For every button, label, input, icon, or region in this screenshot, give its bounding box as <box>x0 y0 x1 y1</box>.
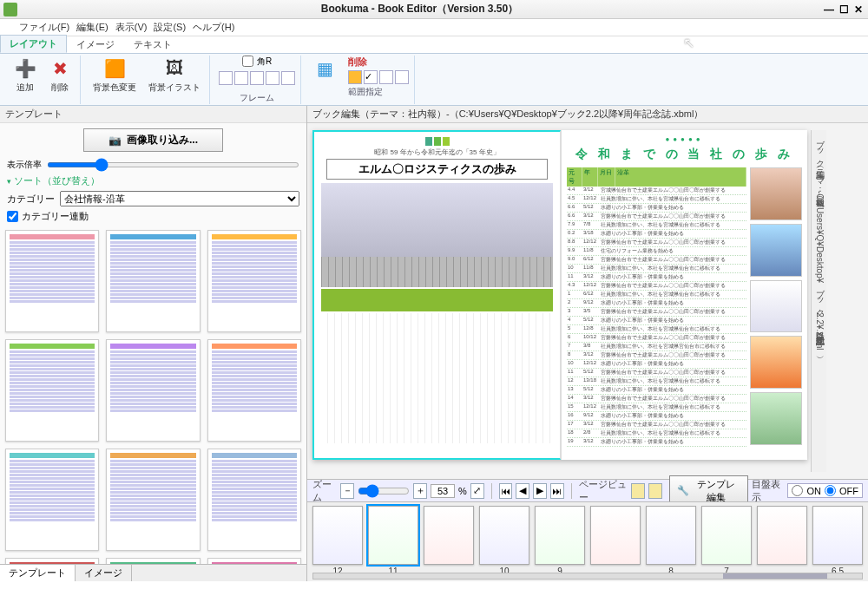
menu-help[interactable]: ヘルプ(H) <box>193 21 234 34</box>
page-spread[interactable]: 昭和 59 年から令和元年迄の「35 年史」 エルム〇ロジスティクスの歩み ●●… <box>312 130 807 460</box>
scrollbar-handle[interactable] <box>723 573 827 579</box>
minimize-button[interactable]: — <box>824 3 834 16</box>
range-opt-3[interactable] <box>379 70 393 84</box>
template-thumbnail[interactable] <box>5 230 99 332</box>
maximize-button[interactable]: ☐ <box>839 3 849 16</box>
page-thumbnail[interactable] <box>590 506 641 565</box>
template-thumbnail[interactable] <box>106 339 200 442</box>
corner-radius-checkbox[interactable] <box>242 56 253 67</box>
hero-photo[interactable] <box>321 183 553 287</box>
frame-style-4[interactable] <box>266 71 279 85</box>
nav-prev-button[interactable]: ◀ <box>516 483 529 499</box>
category-select[interactable]: 会社情報-沿革 <box>60 191 299 206</box>
zoom-out-button[interactable]: － <box>340 483 354 499</box>
close-button[interactable]: ✕ <box>854 3 863 16</box>
sort-toggle[interactable]: ソート（並び替え） <box>0 173 306 189</box>
category-link-checkbox[interactable] <box>7 211 18 222</box>
page-thumbnail[interactable] <box>368 506 418 565</box>
template-thumbnail[interactable] <box>106 230 200 332</box>
page-strip-item[interactable]: 9 <box>535 506 585 576</box>
template-thumbnail[interactable] <box>207 339 301 442</box>
template-thumbnail[interactable] <box>5 339 99 442</box>
page-thumbnail[interactable] <box>701 506 752 565</box>
page-thumbnail[interactable] <box>646 506 696 565</box>
range-opt-2[interactable]: ✓ <box>364 70 378 84</box>
page-strip-item[interactable]: 6 5 <box>812 506 863 576</box>
page-thumbnail[interactable] <box>479 506 529 565</box>
table-row: 45/12水廻りの小工事部・併業業を始める <box>567 317 746 325</box>
bgcolor-button[interactable]: 🟧背景色変更 <box>89 56 140 95</box>
range-select-button[interactable]: ▦ <box>310 56 339 82</box>
page-thumbnail[interactable] <box>424 506 474 565</box>
page-strip-scrollbar[interactable] <box>312 573 863 580</box>
page-strip-item[interactable] <box>424 506 474 576</box>
nav-last-button[interactable]: ⏭ <box>550 483 564 499</box>
tab-text[interactable]: テキスト <box>124 36 181 53</box>
tab-image[interactable]: イメージ <box>67 36 124 53</box>
page-thumbnail-strip[interactable]: 1211109876 5 <box>307 501 868 581</box>
page-thumbnail[interactable] <box>757 506 807 565</box>
page-strip-item[interactable]: 7 <box>701 506 752 576</box>
page-left[interactable]: 昭和 59 年から令和元年迄の「35 年史」 エルム〇ロジスティクスの歩み <box>312 130 561 460</box>
bottom-tab-template[interactable]: テンプレート <box>0 565 76 581</box>
add-button[interactable]: ➕追加 <box>10 56 40 95</box>
bottom-tab-image[interactable]: イメージ <box>76 565 132 581</box>
import-image-button[interactable]: 画像取り込み... <box>83 128 223 152</box>
tab-layout[interactable]: レイアウト <box>0 35 67 53</box>
side-image[interactable] <box>750 392 802 445</box>
frame-style-1[interactable] <box>219 71 233 85</box>
range-opt-1[interactable] <box>348 70 362 84</box>
table-row: 169/12水廻りの小工事部・併業業を始める <box>567 412 746 421</box>
fit-button[interactable]: ⤢ <box>470 483 484 499</box>
page-strip-item[interactable]: 8 <box>646 506 696 576</box>
grid-on-radio[interactable] <box>792 485 803 496</box>
menu-edit[interactable]: 編集(E) <box>76 21 108 34</box>
side-image[interactable] <box>750 336 802 389</box>
grid-off-radio[interactable] <box>825 485 836 496</box>
frame-style-3[interactable] <box>250 71 264 85</box>
nav-next-button[interactable]: ▶ <box>533 483 547 499</box>
template-thumbnail[interactable] <box>207 449 301 551</box>
frame-style-5[interactable] <box>281 71 295 85</box>
template-list[interactable] <box>0 225 306 564</box>
zoom-slider[interactable] <box>358 484 410 498</box>
template-thumbnail[interactable] <box>207 230 301 332</box>
logo-icon <box>319 137 555 146</box>
menu-settings[interactable]: 設定(S) <box>154 21 186 34</box>
template-thumbnail[interactable] <box>207 558 301 564</box>
menu-file[interactable]: ファイル(F) <box>19 21 69 34</box>
thumbnail-zoom-slider[interactable] <box>47 162 299 167</box>
template-thumbnail[interactable] <box>5 558 99 564</box>
frame-style-2[interactable] <box>234 71 248 85</box>
template-thumbnail[interactable] <box>5 449 99 551</box>
side-image[interactable] <box>750 167 802 220</box>
bgillust-button[interactable]: 🖼背景イラスト <box>145 56 204 95</box>
zoom-in-button[interactable]: ＋ <box>413 483 427 499</box>
delete-button[interactable]: ✖削除 <box>45 56 75 95</box>
page-strip-item[interactable] <box>590 506 641 576</box>
history-table[interactable]: 元号 年 月日 沿革 4.43/12宮城県仙台市で土建業エルム〇〇山田〇郎が創業… <box>567 167 746 445</box>
page-right[interactable]: ●●●●● 令 和 ま で の 当 社 の 歩 み 元号 年 月日 沿革 4.4… <box>561 130 807 460</box>
range-opt-4[interactable] <box>395 70 409 84</box>
pageview-single-button[interactable] <box>631 483 645 499</box>
side-image[interactable] <box>750 280 802 333</box>
page-strip-item[interactable]: 10 <box>479 506 529 576</box>
table-row: 6.65/12水廻りの小工事部・併業業を始める <box>567 204 746 213</box>
table-row: 29/12水廻りの小工事部・併業業を始める <box>567 299 746 308</box>
side-image[interactable] <box>750 224 802 277</box>
page-strip-item[interactable] <box>757 506 807 576</box>
nav-first-button[interactable]: ⏮ <box>499 483 513 499</box>
page-strip-item[interactable]: 12 <box>312 506 363 576</box>
pageview-spread-button[interactable] <box>648 483 662 499</box>
template-thumbnail[interactable] <box>106 449 200 551</box>
page-strip-item[interactable]: 11 <box>368 506 418 576</box>
page-thumbnail[interactable] <box>312 506 363 565</box>
page-thumbnail[interactable] <box>535 506 585 565</box>
template-thumbnail[interactable] <box>106 558 200 564</box>
page-thumbnail[interactable] <box>812 506 863 565</box>
delete-icon: ✖ <box>49 57 71 80</box>
delete-range-label: 削除 <box>348 56 409 69</box>
menu-view[interactable]: 表示(V) <box>115 21 148 34</box>
zoom-value-input[interactable] <box>431 484 455 498</box>
body-text-area[interactable] <box>321 313 553 443</box>
